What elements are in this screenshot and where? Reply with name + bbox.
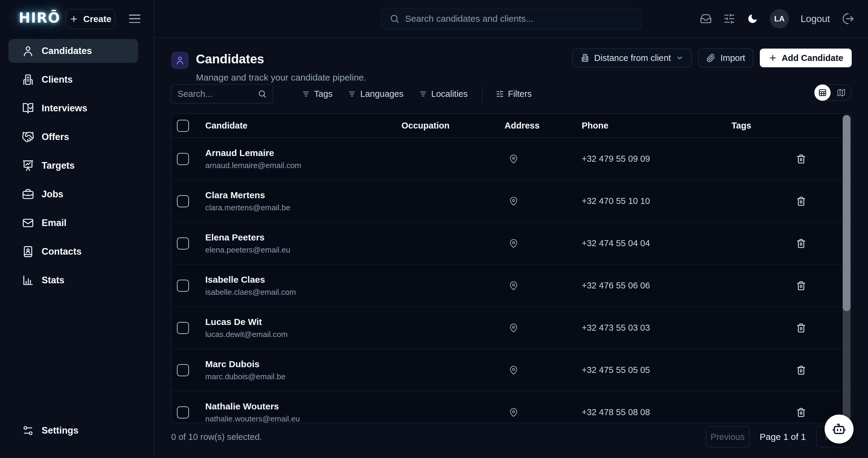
bar-chart-icon	[22, 274, 34, 287]
table-body: Arnaud Lemaire arnaud.lemaire@email.com …	[172, 138, 851, 423]
row-checkbox[interactable]	[177, 237, 189, 250]
view-toggle	[814, 84, 852, 101]
sidebar-item-targets[interactable]: Targets	[8, 153, 138, 177]
table-row: Elena Peeters elena.peeters@email.eu +32…	[172, 222, 851, 265]
sidebar-item-settings[interactable]: Settings	[8, 419, 138, 442]
candidate-name: Lucas De Wit	[205, 317, 401, 327]
row-checkbox[interactable]	[177, 406, 189, 419]
table-row: Marc Dubois marc.dubois@email.be +32 475…	[172, 349, 851, 391]
delete-icon[interactable]	[796, 153, 806, 165]
column-header-occupation[interactable]: Occupation	[401, 121, 504, 131]
sidebar-item-label: Targets	[41, 160, 75, 171]
filter-row: Search... Tags Languages Localities Filt…	[171, 83, 852, 105]
row-checkbox[interactable]	[177, 195, 189, 207]
select-all-checkbox[interactable]	[177, 120, 189, 132]
address-cell	[504, 281, 582, 291]
map-pin-icon[interactable]	[509, 281, 518, 291]
candidate-email: lucas.dewit@email.com	[205, 330, 401, 339]
address-cell	[504, 238, 582, 249]
map-icon	[837, 88, 846, 97]
delete-icon[interactable]	[796, 365, 806, 376]
book-check-icon	[22, 102, 34, 115]
avatar[interactable]: LA	[770, 9, 789, 28]
assistant-bot-button[interactable]	[825, 414, 854, 443]
delete-icon[interactable]	[796, 196, 806, 207]
table-search-placeholder: Search...	[178, 89, 253, 99]
distance-from-client-dropdown[interactable]: Distance from client	[572, 49, 692, 67]
sidebar-item-contacts[interactable]: Contacts	[8, 239, 138, 263]
map-view-button[interactable]	[831, 88, 851, 97]
row-checkbox[interactable]	[177, 364, 189, 376]
inbox-icon[interactable]	[700, 13, 712, 25]
languages-filter-button[interactable]: Languages	[348, 89, 404, 99]
sidebar-item-interviews[interactable]: Interviews	[8, 96, 138, 120]
map-pin-icon[interactable]	[509, 407, 518, 418]
scrollbar-thumb[interactable]	[843, 115, 850, 311]
contact-book-icon	[22, 245, 34, 258]
filters-button[interactable]: Filters	[496, 89, 532, 99]
add-candidate-label: Add Candidate	[781, 53, 843, 63]
mail-icon	[22, 217, 34, 229]
previous-page-button[interactable]: Previous	[706, 426, 749, 448]
column-header-phone[interactable]: Phone	[582, 121, 732, 131]
sidebar-item-jobs[interactable]: Jobs	[8, 182, 138, 206]
map-pin-icon[interactable]	[509, 196, 518, 206]
global-search-placeholder: Search candidates and clients...	[405, 13, 533, 24]
map-pin-icon[interactable]	[509, 154, 518, 164]
candidate-name: Arnaud Lemaire	[205, 148, 401, 158]
chevron-down-icon	[676, 54, 684, 62]
candidate-email: isabelle.claes@email.com	[205, 288, 401, 297]
delete-icon[interactable]	[796, 238, 806, 249]
sidebar: Candidates Clients Interviews Offers Tar…	[0, 0, 154, 458]
user-icon	[175, 55, 185, 66]
row-checkbox[interactable]	[177, 280, 189, 292]
map-pin-icon[interactable]	[509, 238, 518, 249]
row-checkbox[interactable]	[177, 322, 189, 334]
table-row: Clara Mertens clara.mertens@email.be +32…	[172, 180, 851, 222]
global-search-input[interactable]: Search candidates and clients...	[381, 8, 641, 30]
import-button[interactable]: Import	[698, 49, 753, 67]
column-header-tags[interactable]: Tags	[732, 121, 796, 131]
page-icon	[171, 52, 189, 69]
map-pin-icon[interactable]	[509, 323, 518, 333]
funnel-lines-icon	[302, 90, 310, 98]
candidate-phone: +32 479 55 09 09	[582, 154, 732, 164]
sidebar-item-stats[interactable]: Stats	[8, 268, 138, 292]
table-search-input[interactable]: Search...	[171, 84, 273, 104]
address-cell	[504, 323, 582, 333]
sidebar-nav: Candidates Clients Interviews Offers Tar…	[8, 39, 138, 297]
column-header-candidate[interactable]: Candidate	[205, 121, 401, 131]
topbar-actions: LA Logout	[700, 0, 855, 37]
map-pin-icon[interactable]	[509, 365, 518, 375]
sidebar-item-email[interactable]: Email	[8, 211, 138, 235]
address-cell	[504, 154, 582, 164]
column-header-address[interactable]: Address	[504, 121, 582, 131]
address-cell	[504, 407, 582, 418]
delete-icon[interactable]	[796, 280, 806, 291]
logout-arrow-icon[interactable]	[841, 12, 855, 25]
row-checkbox[interactable]	[177, 153, 189, 165]
candidate-phone: +32 476 55 06 06	[582, 281, 732, 290]
delete-icon[interactable]	[796, 407, 806, 418]
sliders-icon[interactable]	[723, 13, 735, 25]
sidebar-item-offers[interactable]: Offers	[8, 125, 138, 149]
distance-dropdown-label: Distance from client	[594, 53, 671, 63]
logout-button[interactable]: Logout	[801, 13, 830, 24]
briefcase-icon	[22, 188, 34, 201]
sidebar-item-candidates[interactable]: Candidates	[8, 39, 138, 63]
app-root: HIRŌ Create Search candidates and client…	[0, 0, 868, 458]
sidebar-item-clients[interactable]: Clients	[8, 67, 138, 91]
sidebar-item-label: Interviews	[41, 103, 87, 114]
table-view-button[interactable]	[814, 84, 831, 101]
tags-filter-button[interactable]: Tags	[302, 89, 333, 99]
handshake-icon	[22, 131, 34, 143]
candidate-name: Isabelle Claes	[205, 275, 401, 285]
funnel-lines-icon	[348, 90, 356, 98]
sidebar-item-label: Candidates	[41, 46, 92, 56]
page-indicator: Page 1 of 1	[760, 432, 806, 442]
dark-mode-toggle-icon[interactable]	[747, 13, 758, 24]
localities-filter-button[interactable]: Localities	[419, 89, 468, 99]
delete-icon[interactable]	[796, 322, 806, 334]
table-footer: 0 of 10 row(s) selected. Previous Page 1…	[171, 426, 852, 448]
add-candidate-button[interactable]: Add Candidate	[760, 49, 852, 67]
